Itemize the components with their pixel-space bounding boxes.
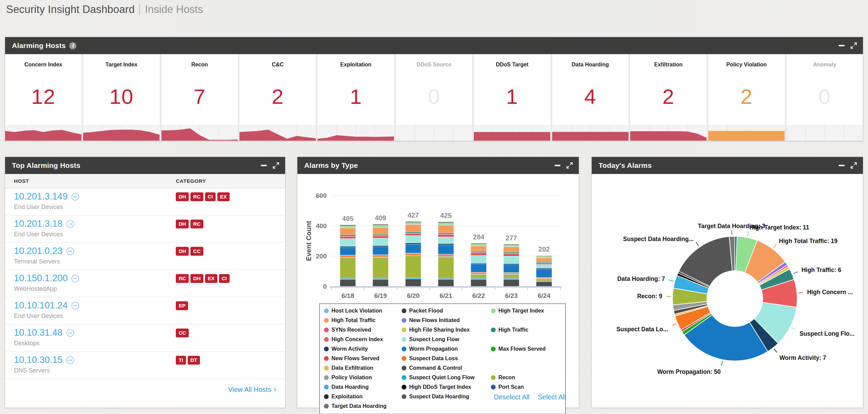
host-ip-link[interactable]: 10.201.3.149 xyxy=(14,191,68,202)
bar-segment-recon[interactable] xyxy=(471,274,486,278)
bar-segment-command-control[interactable] xyxy=(373,280,388,286)
category-badge-cc[interactable]: CC xyxy=(190,247,203,256)
minimize-icon[interactable] xyxy=(260,162,267,169)
bar-segment-worm-activity[interactable] xyxy=(373,245,388,247)
bar-segment-new-flows-served[interactable] xyxy=(373,236,388,238)
bar-segment-data-hoarding[interactable] xyxy=(471,278,486,280)
alarm-category-card-concern-index[interactable]: Concern Index12 xyxy=(5,54,81,141)
deselect-all-link[interactable]: Deselect All xyxy=(494,393,530,401)
category-badge-rc[interactable]: RC xyxy=(176,274,189,283)
legend-item-target-data-hoarding[interactable]: Target Data Hoarding xyxy=(324,402,402,411)
category-badge-ci[interactable]: CI xyxy=(205,192,216,201)
bar-segment-suspect-long-flow[interactable] xyxy=(536,264,552,268)
bar-segment-worm-activity[interactable] xyxy=(438,244,454,245)
bar-segment-data-hoarding[interactable] xyxy=(405,278,421,279)
bar-segment-high-total-traffic[interactable] xyxy=(405,224,421,232)
ellipsis-menu-icon[interactable] xyxy=(71,193,79,201)
legend-item-packet-flood[interactable]: Packet Flood xyxy=(402,306,491,315)
legend-item-recon[interactable]: Recon xyxy=(491,373,562,382)
bar-segment-worm-propagation[interactable] xyxy=(471,264,486,272)
alarm-category-card-anomaly[interactable]: Anomaly0 xyxy=(787,54,863,141)
bar-segment-command-control[interactable] xyxy=(503,280,519,286)
expand-icon[interactable] xyxy=(566,162,573,169)
bar-segment-packet-flood[interactable] xyxy=(438,222,454,223)
legend-item-data-exfiltration[interactable]: Data Exfiltration xyxy=(324,364,402,372)
legend-item-high-concern-index[interactable]: High Concern Index xyxy=(324,335,402,344)
expand-icon[interactable] xyxy=(272,162,280,169)
category-badge-dh[interactable]: DH xyxy=(176,192,189,201)
bar-segment-suspect-long-flow[interactable] xyxy=(373,238,388,245)
legend-item-high-file-sharing-index[interactable]: High File Sharing Index xyxy=(402,325,491,334)
bar-segment-policy-violation[interactable] xyxy=(405,255,421,256)
category-badge-rc[interactable]: RC xyxy=(190,220,203,228)
bar-segment-new-flows-served[interactable] xyxy=(471,253,486,255)
legend-item-suspect-long-flow[interactable]: Suspect Long Flow xyxy=(402,335,491,344)
legend-item-port-scan[interactable]: Port Scan xyxy=(491,383,562,392)
minimize-icon[interactable] xyxy=(838,42,845,49)
bar-segment-high-target-index[interactable] xyxy=(503,245,519,246)
bar-segment-suspect-long-flow[interactable] xyxy=(405,235,421,243)
alarm-category-card-c-c[interactable]: C&C2 xyxy=(239,54,316,141)
bar-segment-new-flows-served[interactable] xyxy=(536,263,552,265)
bar-segment-packet-flood[interactable] xyxy=(503,244,519,245)
legend-item-host-lock-violation[interactable]: Host Lock Violation xyxy=(324,306,402,315)
legend-item-high-target-index[interactable]: High Target Index xyxy=(491,306,562,315)
bar-segment-high-target-index[interactable] xyxy=(471,244,486,245)
host-ip-link[interactable]: 10.201.0.23 xyxy=(14,246,63,256)
bar-segment-new-flows-served[interactable] xyxy=(340,237,356,238)
bar-segment-data-hoarding[interactable] xyxy=(438,278,454,280)
minimize-icon[interactable] xyxy=(554,162,561,169)
bar-segment-suspect-long-flow[interactable] xyxy=(503,256,519,264)
view-all-hosts-link[interactable]: View All Hosts› xyxy=(228,386,276,393)
bar-segment-suspect-long-flow[interactable] xyxy=(471,255,486,263)
bar-segment-recon[interactable] xyxy=(405,256,421,278)
minimize-icon[interactable] xyxy=(838,162,845,169)
legend-item-suspect-data-loss[interactable]: Suspect Data Loss xyxy=(402,354,491,363)
alarm-category-card-policy-violation[interactable]: Policy Violation2 xyxy=(708,54,785,141)
category-badge-cc[interactable]: CC xyxy=(176,329,189,337)
bar-segment-worm-propagation[interactable] xyxy=(405,244,421,253)
category-badge-ep[interactable]: EP xyxy=(176,301,188,310)
bar-segment-new-flows-served[interactable] xyxy=(503,254,519,256)
bar-segment-high-traffic[interactable] xyxy=(536,262,552,263)
bar-segment-packet-flood[interactable] xyxy=(471,243,486,244)
bar-segment-new-flows-served[interactable] xyxy=(405,234,421,235)
bar-segment-new-flows-served[interactable] xyxy=(438,235,454,237)
bar-segment-data-hoarding[interactable] xyxy=(503,278,519,280)
bar-segment-packet-flood[interactable] xyxy=(536,256,552,256)
legend-item-new-flows-served[interactable]: New Flows Served xyxy=(324,354,402,363)
ellipsis-menu-icon[interactable] xyxy=(66,356,74,364)
bar-segment-high-traffic[interactable] xyxy=(405,232,421,233)
bar-segment-packet-flood[interactable] xyxy=(405,222,421,222)
category-badge-ti[interactable]: TI xyxy=(176,356,186,365)
alarm-category-card-ddos-source[interactable]: DDoS Source0 xyxy=(396,54,472,141)
legend-item-data-hoarding[interactable]: Data Hoarding xyxy=(324,383,402,392)
bar-segment-high-total-traffic[interactable] xyxy=(340,228,356,235)
bar-segment-high-total-traffic[interactable] xyxy=(438,225,454,233)
bar-segment-high-traffic[interactable] xyxy=(471,251,486,253)
bar-segment-worm-propagation[interactable] xyxy=(340,248,356,255)
bar-segment-high-total-traffic[interactable] xyxy=(373,227,388,234)
bar-segment-high-total-traffic[interactable] xyxy=(471,246,486,252)
category-badge-ex[interactable]: EX xyxy=(217,192,230,201)
bar-segment-command-control[interactable] xyxy=(471,280,486,286)
bar-segment-command-control[interactable] xyxy=(536,282,552,286)
expand-icon[interactable] xyxy=(850,162,857,169)
category-badge-dh[interactable]: DH xyxy=(176,247,189,256)
bar-segment-recon[interactable] xyxy=(536,279,552,281)
bar-segment-policy-violation[interactable] xyxy=(438,256,454,257)
info-icon[interactable]: i xyxy=(69,42,76,49)
legend-item-policy-violation[interactable]: Policy Violation xyxy=(324,373,402,382)
bar-segment-high-total-traffic[interactable] xyxy=(536,258,552,262)
alarm-category-card-recon[interactable]: Recon7 xyxy=(161,54,238,141)
alarm-category-card-exfiltration[interactable]: Exfiltration2 xyxy=(630,54,707,141)
host-ip-link[interactable]: 10.10.30.15 xyxy=(14,355,63,365)
bar-segment-command-control[interactable] xyxy=(340,280,356,286)
donut-chart[interactable]: High Target Index: 11High Total Traffic:… xyxy=(592,174,863,408)
bar-segment-high-traffic[interactable] xyxy=(340,235,356,236)
legend-item-command-control[interactable]: Command & Control xyxy=(402,364,491,372)
host-ip-link[interactable]: 10.201.3.18 xyxy=(14,219,63,229)
expand-icon[interactable] xyxy=(850,42,857,49)
category-badge-rc[interactable]: RC xyxy=(190,192,203,201)
category-badge-ex[interactable]: EX xyxy=(205,274,217,283)
